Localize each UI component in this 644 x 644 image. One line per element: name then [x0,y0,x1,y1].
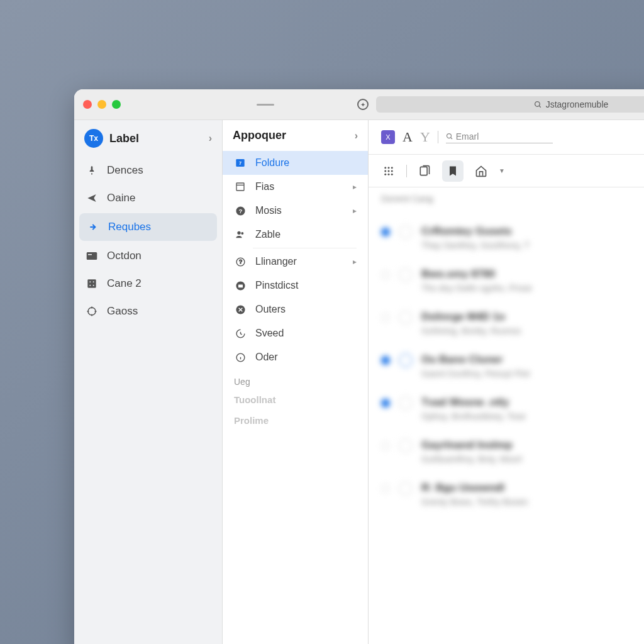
divider [438,131,438,143]
select-ring-icon[interactable] [399,439,413,453]
maximize-window-button[interactable] [112,100,121,109]
folder-label: Outers [255,304,286,315]
home-icon[interactable] [474,164,489,179]
select-ring-icon[interactable] [399,311,413,325]
content-pane: X A Y Emarl ▼ Dommt Cang Cr [369,120,644,644]
minimize-window-button[interactable] [97,100,106,109]
message-row[interactable]: R: Bgu Uoowndl Grenty Bows, Tinthy Booen [381,473,644,516]
folder-item-outers[interactable]: Outers [223,297,368,321]
message-title: Tvad Wosne .ntly [421,396,526,409]
svg-rect-3 [88,254,92,255]
x-circle-icon [234,304,247,315]
sidebar-item-dences[interactable]: Dences [74,157,222,184]
panel-header[interactable]: Appoquer › [223,120,368,151]
unread-dot-icon [381,399,390,408]
message-title: Gayrlnand Inolmp [421,439,522,452]
svg-point-5 [89,281,91,282]
svg-point-39 [388,173,390,175]
folder-item-sveed[interactable]: Sveed [223,321,368,345]
folder-item-zable[interactable]: Zable [223,223,368,247]
unread-dot-icon [381,313,390,322]
caret-right-icon: ▸ [353,182,357,191]
sidebar-item-octdon[interactable]: Octdon [74,242,222,270]
caret-right-icon: ▸ [353,206,357,215]
message-row[interactable]: Bwo.smy 8780 Tho doy Dwltn sgoho, Prose [381,259,644,302]
message-row[interactable]: Dslinrge M4D 1o Gohining, Bonby, Ruonos [381,302,644,345]
folder-label: Llinanger [255,256,297,267]
svg-text:?: ? [239,258,242,265]
unread-dot-icon [381,484,390,493]
arrow-icon [87,222,99,232]
sidebar-item-oaine[interactable]: Oaine [74,184,222,212]
sidebar-item-requbes[interactable]: Requbes [79,213,217,241]
unread-dot-icon [381,356,390,365]
svg-point-7 [89,285,91,286]
search-icon [534,101,542,109]
select-ring-icon[interactable] [399,353,413,367]
svg-point-21 [241,232,243,235]
svg-point-37 [391,170,393,172]
svg-point-9 [88,308,96,315]
folder-panel: Appoquer › 7 Foldure Fias ▸ ? Mosis ▸ Za… [223,120,369,644]
folder-item-llinanger[interactable]: ? Llinanger ▸ [223,250,368,274]
sidebar-item-label: Oaine [107,192,135,204]
dropdown-caret-icon[interactable]: ▼ [499,167,505,174]
divider [253,248,357,248]
divider-line [257,104,274,106]
panel-muted-2: Prolime [223,410,368,431]
grid-icon [86,279,98,289]
folder-item-fias[interactable]: Fias ▸ [223,175,368,199]
sidebar-item-label: Octdon [107,250,142,262]
select-ring-icon[interactable] [399,225,413,239]
folder-item-oder[interactable]: Oder [223,345,368,369]
folder-label: Sveed [255,328,284,339]
panel-muted-1: Tuoollnat [223,389,368,410]
folder-label: Zable [255,229,280,240]
sidebar-item-gaoss[interactable]: Gaoss [74,297,222,325]
panel-title: Appoquer [233,129,286,142]
select-ring-icon[interactable] [399,396,413,410]
sidebar-header[interactable]: Tx Label › [74,120,222,157]
close-window-button[interactable] [83,100,92,109]
apps-grid-icon[interactable] [381,164,396,179]
svg-point-32 [384,167,386,169]
svg-line-31 [450,137,452,139]
message-preview: Tho doy Dwltn sgoho, Prose [421,283,532,293]
calendar-icon: 7 [234,158,247,168]
people-icon [234,230,247,240]
address-search-bar[interactable]: Jstagronemuble [376,96,644,113]
font-a-icon[interactable]: A [402,129,413,145]
compass-icon[interactable]: ✦ [357,99,369,110]
email-search-input[interactable]: Emarl [446,131,553,143]
info-circle-icon [234,352,247,363]
svg-point-36 [388,170,390,172]
message-row[interactable]: Gayrlnand Inolmp Guhbuenlhny, Bnty, Moor… [381,430,644,473]
copy-icon[interactable] [417,164,432,179]
bookmark-icon[interactable] [442,160,464,182]
pin-icon [86,165,98,176]
svg-rect-2 [87,252,97,260]
sidebar-item-cane2[interactable]: Cane 2 [74,270,222,297]
message-row[interactable]: Ou Bano Cluner Gaont Dunthny, Peouyt Pio… [381,345,644,387]
select-ring-icon[interactable] [399,482,413,496]
message-preview: Grenty Bows, Tinthy Booen [421,497,528,507]
message-title: CrRomtey Gusets [421,225,530,238]
divider [406,165,407,177]
select-ring-icon[interactable] [399,268,413,282]
folder-item-mosis[interactable]: ? Mosis ▸ [223,199,368,223]
folder-item-pinstdicst[interactable]: Pinstdicst [223,274,368,297]
message-preview: Gaont Dunthny, Peouyt Piot [421,369,530,379]
archive-icon [234,182,247,192]
svg-point-6 [93,281,94,282]
svg-point-40 [391,173,393,175]
search-text: Jstagronemuble [546,99,609,109]
message-row[interactable]: CrRomtey Gusets Thay Danthey, Gozithony,… [381,216,644,259]
svg-rect-25 [238,284,242,287]
svg-point-8 [93,285,94,286]
svg-point-33 [388,167,390,169]
folder-item-foldure[interactable]: 7 Foldure [223,151,368,175]
xa-badge-icon[interactable]: X [381,130,395,144]
help-circle-icon: ? [234,257,247,267]
font-y-icon[interactable]: Y [420,129,430,145]
message-row[interactable]: Tvad Wosne .ntly Ophoy, Brolhuoldoey, To… [381,387,644,430]
